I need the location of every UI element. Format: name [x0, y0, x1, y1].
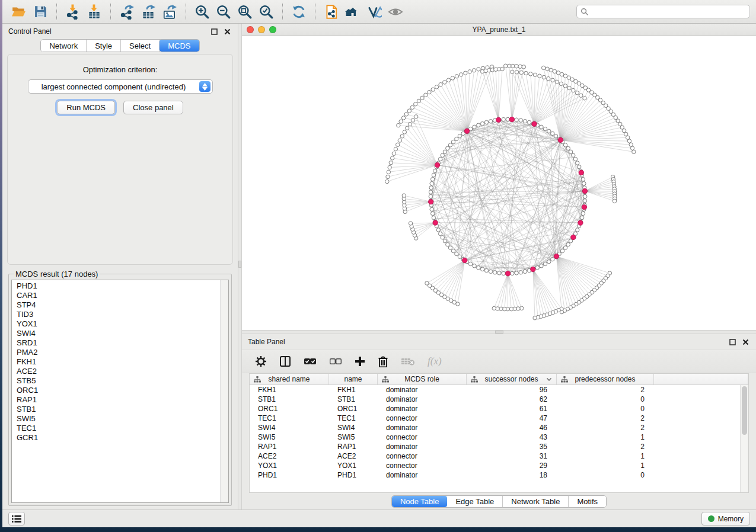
- tab-motifs[interactable]: Motifs: [569, 496, 606, 507]
- mcds-result-list[interactable]: PHD1CAR1STP4TID3YOX1SWI4SRD1PMA2FKH1ACE2…: [11, 280, 229, 503]
- leaf-node[interactable]: [404, 113, 408, 116]
- ring-node[interactable]: [441, 153, 444, 157]
- network-window-titlebar[interactable]: YPA_prune.txt_1: [242, 24, 756, 36]
- result-list-item[interactable]: STB1: [17, 405, 228, 414]
- vertical-splitter[interactable]: [238, 24, 242, 509]
- tab-mcds[interactable]: MCDS: [160, 40, 199, 52]
- import-network-button[interactable]: [63, 2, 82, 21]
- table-row[interactable]: YOX1YOX1connector291: [250, 461, 748, 470]
- leaf-node[interactable]: [442, 81, 446, 84]
- leaf-node[interactable]: [613, 199, 616, 203]
- ring-node[interactable]: [569, 150, 572, 153]
- delete-column-button[interactable]: [378, 355, 388, 367]
- select-all-rows-button[interactable]: [304, 357, 317, 366]
- ring-node[interactable]: [573, 157, 577, 161]
- ring-node[interactable]: [430, 181, 433, 185]
- horizontal-splitter[interactable]: [242, 330, 756, 334]
- leaf-node[interactable]: [472, 69, 476, 72]
- leaf-node[interactable]: [420, 96, 424, 100]
- ring-node[interactable]: [455, 137, 458, 140]
- leaf-node[interactable]: [446, 78, 450, 82]
- leaf-node[interactable]: [547, 76, 550, 80]
- table-row[interactable]: RAP1RAP1dominator352: [250, 442, 748, 451]
- zoom-in-button[interactable]: [193, 2, 212, 21]
- minimize-window-icon[interactable]: [258, 26, 265, 33]
- ring-node[interactable]: [443, 239, 446, 243]
- leaf-node[interactable]: [451, 76, 454, 80]
- ring-node[interactable]: [468, 262, 472, 265]
- leaf-node[interactable]: [417, 99, 420, 102]
- ring-node[interactable]: [581, 177, 585, 181]
- ring-node[interactable]: [540, 125, 543, 129]
- mcds-hub-node[interactable]: [433, 220, 438, 225]
- result-list-item[interactable]: PMA2: [17, 348, 228, 357]
- leaf-node[interactable]: [410, 105, 414, 109]
- leaf-node[interactable]: [409, 222, 412, 225]
- mcds-hub-node[interactable]: [558, 137, 563, 142]
- mcds-hub-node[interactable]: [532, 121, 537, 126]
- table-settings-button[interactable]: [255, 355, 267, 367]
- result-list-item[interactable]: PHD1: [17, 281, 228, 291]
- close-panel-icon[interactable]: [741, 337, 750, 347]
- leaf-node[interactable]: [398, 139, 401, 142]
- result-list-item[interactable]: YOX1: [17, 319, 228, 329]
- ring-node[interactable]: [458, 134, 461, 138]
- leaf-node[interactable]: [459, 73, 462, 76]
- export-table-button[interactable]: [139, 2, 158, 21]
- ring-node[interactable]: [438, 232, 442, 235]
- table-scrollbar[interactable]: [740, 385, 748, 492]
- ring-node[interactable]: [430, 211, 434, 215]
- task-history-button[interactable]: [8, 512, 25, 525]
- mcds-hub-node[interactable]: [435, 162, 439, 167]
- table-row[interactable]: PHD1PHD1dominator180: [250, 470, 748, 480]
- ring-node[interactable]: [448, 246, 452, 249]
- ring-node[interactable]: [583, 194, 586, 198]
- result-list-item[interactable]: RAP1: [17, 395, 228, 405]
- ring-node[interactable]: [458, 255, 461, 258]
- result-list-item[interactable]: STP4: [17, 300, 228, 310]
- mcds-hub-node[interactable]: [531, 267, 535, 271]
- ring-node[interactable]: [578, 165, 581, 169]
- leaf-node[interactable]: [477, 68, 480, 71]
- mcds-hub-node[interactable]: [496, 117, 500, 122]
- leaf-node[interactable]: [533, 73, 537, 76]
- leaf-node[interactable]: [627, 139, 631, 143]
- leaf-node[interactable]: [579, 94, 583, 97]
- leaf-node[interactable]: [555, 80, 559, 84]
- ring-node[interactable]: [583, 199, 586, 203]
- ring-node[interactable]: [429, 190, 432, 194]
- ring-node[interactable]: [480, 267, 484, 271]
- hide-graphics-details-button[interactable]: [365, 2, 384, 21]
- leaf-node[interactable]: [524, 71, 528, 75]
- ring-node[interactable]: [547, 260, 551, 264]
- result-list-item[interactable]: ACE2: [17, 367, 228, 376]
- leaf-node[interactable]: [386, 175, 390, 178]
- leaf-node[interactable]: [414, 102, 417, 106]
- float-panel-icon[interactable]: [209, 27, 219, 36]
- mcds-hub-node[interactable]: [582, 188, 587, 193]
- ring-node[interactable]: [436, 228, 440, 232]
- splitter-handle[interactable]: [495, 331, 503, 334]
- leaf-node[interactable]: [392, 152, 395, 155]
- leaf-node[interactable]: [500, 67, 504, 70]
- tab-network-table[interactable]: Network Table: [503, 496, 569, 507]
- maximize-window-icon[interactable]: [269, 26, 276, 33]
- network-from-file-button[interactable]: [322, 2, 341, 21]
- ring-node[interactable]: [489, 270, 492, 273]
- ring-node[interactable]: [448, 143, 452, 147]
- close-panel-icon[interactable]: [222, 27, 232, 36]
- leaf-node[interactable]: [411, 118, 414, 122]
- ring-node[interactable]: [563, 246, 567, 249]
- ring-node[interactable]: [429, 194, 432, 198]
- export-image-button[interactable]: [160, 2, 179, 21]
- ring-node[interactable]: [572, 153, 575, 157]
- leaf-node[interactable]: [560, 72, 563, 76]
- show-columns-button[interactable]: [279, 355, 291, 367]
- ring-node[interactable]: [515, 118, 518, 121]
- ring-node[interactable]: [489, 119, 492, 123]
- ring-node[interactable]: [511, 271, 514, 275]
- table-row[interactable]: ORC1ORC1dominator610: [250, 404, 748, 414]
- ring-node[interactable]: [523, 119, 527, 123]
- mcds-hub-node[interactable]: [554, 254, 559, 258]
- create-column-button[interactable]: [355, 356, 365, 367]
